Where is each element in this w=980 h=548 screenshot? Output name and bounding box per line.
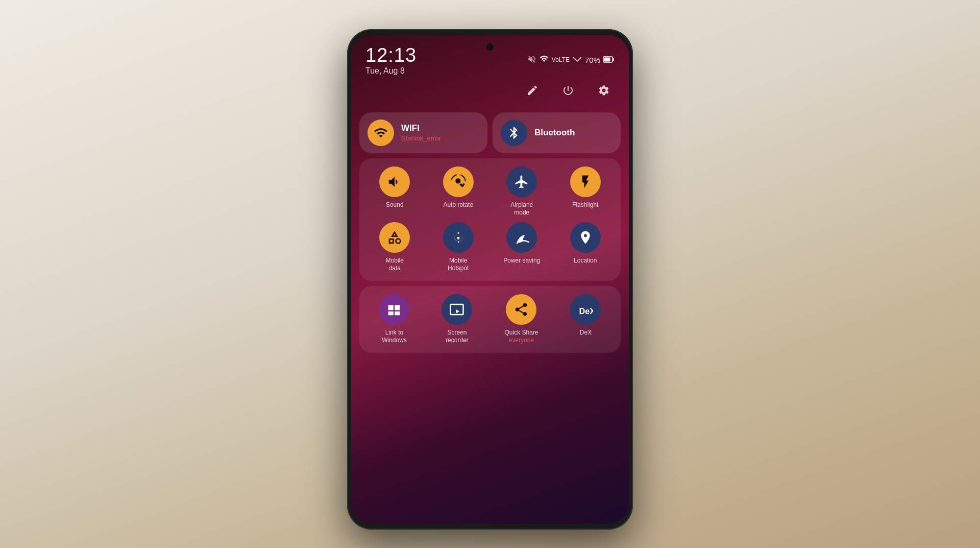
quick-share-icon [506,294,536,325]
airplane-tile[interactable]: Airplanemode [493,166,551,217]
bluetooth-label: Bluetooth [534,128,575,138]
sound-icon [379,166,410,197]
qs-grid-main: Sound Auto rotate [359,158,621,281]
screen-recorder-label: Screenrecorder [446,329,469,345]
screen-recorder-icon [442,294,472,325]
phone-screen: 12:13 Tue, Aug 8 VoLTE [351,35,629,523]
link-windows-tile[interactable]: Link toWindows [379,294,409,345]
time-display: 12:13 [365,44,416,66]
bluetooth-icon-circle [501,120,527,146]
sound-label: Sound [386,201,404,209]
location-icon [570,222,601,253]
wifi-tile-text: WIFI Starlink_error [401,123,441,142]
status-icons-group: VoLTE 70% [527,54,615,66]
airplane-label: Airplanemode [510,201,533,217]
time-date-group: 12:13 Tue, Aug 8 [365,44,416,76]
mobile-data-tile[interactable]: Mobiledata [365,222,424,273]
quick-share-sublabel: everyone [509,337,534,345]
sound-tile[interactable]: Sound [365,166,424,217]
location-tile[interactable]: Location [556,222,615,273]
link-windows-icon [379,294,409,325]
battery-display: 70% [585,56,600,64]
signal-icon: VoLTE [552,56,570,63]
mobile-data-icon [379,222,410,253]
wifi-label: WIFI [401,123,441,133]
dex-tile[interactable]: DeX DeX [570,294,601,345]
dex-icon: DeX [570,294,601,325]
dex-label: DeX [580,329,592,337]
svg-rect-2 [613,58,614,61]
cell-signal-icon [573,54,582,66]
flashlight-icon [570,166,601,197]
wifi-sublabel: Starlink_error [401,134,441,142]
wifi-icon-circle [368,120,394,146]
settings-button[interactable] [593,80,615,101]
bluetooth-tile-text: Bluetooth [534,128,575,138]
auto-rotate-tile[interactable]: Auto rotate [429,166,488,217]
quick-share-text: Quick Share everyone [504,329,538,345]
power-saving-label: Power saving [503,257,540,265]
flashlight-tile[interactable]: Flashlight [556,166,615,217]
hotspot-tile[interactable]: MobileHotspot [429,222,488,273]
svg-text:DeX: DeX [579,306,594,316]
hotspot-icon [443,222,474,253]
power-saving-icon [506,222,537,253]
mute-icon [527,55,536,65]
quick-share-tile[interactable]: Quick Share everyone [504,294,538,345]
phone-device: 12:13 Tue, Aug 8 VoLTE [347,29,633,530]
edit-button[interactable] [522,80,543,101]
auto-rotate-icon [443,166,474,197]
qs-header-icons [351,80,629,108]
flashlight-label: Flashlight [572,201,598,209]
screen-recorder-tile[interactable]: Screenrecorder [442,294,472,345]
svg-rect-1 [604,57,610,61]
auto-rotate-label: Auto rotate [443,201,473,209]
wifi-tile[interactable]: WIFI Starlink_error [359,112,487,153]
battery-icon [603,55,615,65]
location-label: Location [574,257,597,265]
date-display: Tue, Aug 8 [365,66,416,76]
wifi-status-icon [540,54,549,66]
quick-share-label: Quick Share [504,329,538,337]
airplane-icon [506,166,537,197]
hotspot-label: MobileHotspot [448,257,469,273]
power-saving-tile[interactable]: Power saving [493,222,551,273]
power-button[interactable] [557,80,579,101]
qs-bottom-row: Link toWindows Screenrecorder [359,286,621,353]
status-bar: 12:13 Tue, Aug 8 VoLTE [351,35,629,80]
link-windows-label: Link toWindows [382,329,407,345]
mobile-data-label: Mobiledata [386,257,404,273]
qs-top-row: WIFI Starlink_error Bluetooth [359,112,621,153]
qs-content: WIFI Starlink_error Bluetooth [351,108,629,362]
bluetooth-tile[interactable]: Bluetooth [493,112,621,153]
